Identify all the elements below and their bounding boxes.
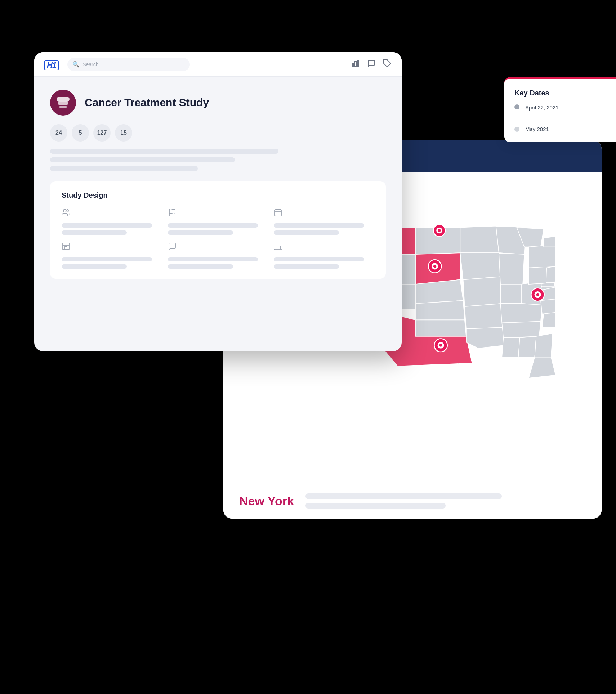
badge-3: 15 — [115, 124, 132, 142]
date-dot-2 — [514, 127, 519, 132]
svg-point-14 — [439, 344, 442, 347]
svg-point-5 — [438, 229, 441, 232]
svg-rect-19 — [355, 62, 356, 67]
date-dot-1 — [514, 104, 519, 109]
skeleton-line-2 — [50, 157, 235, 162]
study-header: Cancer Treatment Study — [50, 90, 386, 116]
svg-rect-18 — [352, 63, 354, 67]
calendar-icon — [274, 208, 374, 219]
key-dates-list: April 22, 2021 May 2021 — [514, 104, 606, 132]
study-title: Cancer Treatment Study — [85, 97, 209, 109]
browser-icons — [351, 59, 392, 70]
design-sk-4a — [62, 257, 152, 261]
design-sk-4b — [62, 264, 127, 269]
badge-0: 24 — [50, 124, 67, 142]
browser-bar: H1 🔍 Search — [34, 52, 402, 77]
skeleton-line-3 — [50, 166, 198, 171]
design-cell-3 — [274, 208, 374, 235]
design-sk-2b — [168, 230, 233, 235]
design-sk-6a — [274, 257, 364, 261]
group-icon — [62, 208, 162, 219]
design-sk-2a — [168, 223, 258, 228]
date-item-1: April 22, 2021 — [514, 104, 606, 123]
date-text-2: May 2021 — [525, 126, 549, 132]
skeleton-line-1 — [50, 149, 278, 154]
badge-2: 127 — [93, 124, 111, 142]
design-sk-3b — [274, 230, 339, 235]
tag-icon[interactable] — [383, 59, 392, 70]
search-icon: 🔍 — [72, 61, 80, 68]
key-dates-card: Key Dates April 22, 2021 May 2021 — [504, 77, 616, 142]
search-bar[interactable]: 🔍 Search — [67, 58, 190, 71]
study-design-title: Study Design — [62, 191, 374, 200]
design-grid — [62, 208, 374, 269]
logo-layers — [57, 97, 70, 108]
svg-rect-20 — [357, 60, 359, 67]
skeleton-content — [50, 149, 386, 171]
h1-logo: H1 — [44, 59, 59, 70]
new-york-title: New York — [239, 494, 294, 508]
date-line — [517, 109, 517, 123]
design-cell-1 — [62, 208, 162, 235]
design-sk-5b — [168, 264, 233, 269]
date-connector-group — [514, 104, 519, 123]
building-icon — [62, 242, 162, 253]
ny-line-2 — [305, 503, 446, 509]
study-design-card: Study Design — [50, 181, 386, 279]
svg-point-11 — [433, 265, 436, 268]
study-logo — [50, 90, 76, 116]
design-sk-5a — [168, 257, 258, 261]
search-placeholder: Search — [82, 62, 98, 67]
flag-icon — [168, 208, 268, 219]
chat-icon[interactable] — [367, 59, 376, 70]
design-cell-2 — [168, 208, 268, 235]
key-dates-title: Key Dates — [514, 89, 606, 97]
main-app-card: H1 🔍 Search — [34, 52, 402, 351]
badge-1: 5 — [72, 124, 89, 142]
date-item-2: May 2021 — [514, 126, 606, 132]
svg-point-17 — [536, 293, 539, 296]
design-sk-6b — [274, 264, 339, 269]
ny-skeleton-lines — [305, 493, 586, 509]
ny-line-1 — [305, 493, 502, 499]
design-sk-1b — [62, 230, 127, 235]
design-sk-3a — [274, 223, 364, 228]
bar-chart-icon — [274, 242, 374, 253]
page-content: Cancer Treatment Study 24 5 127 15 Study… — [34, 77, 402, 292]
new-york-section: New York — [223, 483, 602, 519]
chart-bar-icon[interactable] — [351, 59, 360, 70]
date-text-1: April 22, 2021 — [525, 104, 559, 111]
design-cell-6 — [274, 242, 374, 269]
design-cell-4 — [62, 242, 162, 269]
svg-point-22 — [63, 209, 66, 212]
svg-rect-24 — [275, 210, 281, 216]
message-icon — [168, 242, 268, 253]
design-cell-5 — [168, 242, 268, 269]
badges-row: 24 5 127 15 — [50, 124, 386, 142]
design-sk-1a — [62, 223, 152, 228]
